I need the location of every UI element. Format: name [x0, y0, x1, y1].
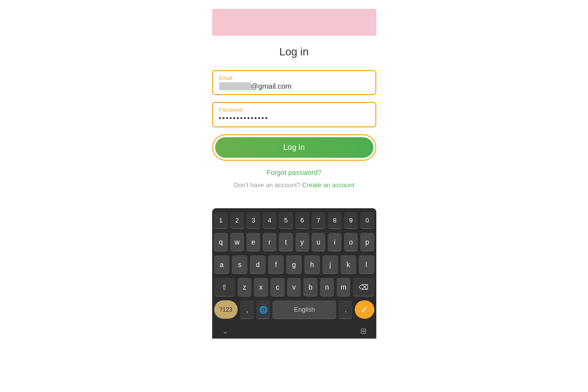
keyboard-row-numbers: 1 2 3 4 5 6 7 8 9 0: [214, 212, 374, 229]
keyboard-row-asdf: a s d f g h j k l: [214, 255, 374, 274]
key-z[interactable]: z: [238, 278, 252, 296]
no-account-text: Don't have an account?: [234, 181, 300, 189]
key-d[interactable]: d: [250, 255, 266, 274]
key-w[interactable]: w: [230, 233, 244, 251]
key-m[interactable]: m: [337, 278, 351, 296]
backspace-key[interactable]: [353, 278, 374, 296]
key-c[interactable]: c: [270, 278, 285, 296]
keyboard-row-qwerty: q w e r t y u i o p: [214, 233, 374, 251]
email-value: @gmail.com: [219, 82, 369, 90]
key-1[interactable]: 1: [214, 212, 227, 229]
key-b[interactable]: b: [303, 278, 318, 296]
key-9[interactable]: 9: [344, 212, 358, 229]
key-e[interactable]: e: [246, 233, 260, 251]
key-v[interactable]: v: [287, 278, 301, 296]
enter-key[interactable]: [355, 300, 374, 319]
keyboard-hide-icon[interactable]: [222, 326, 228, 336]
password-label: Password: [219, 107, 369, 113]
key-6[interactable]: 6: [295, 212, 309, 229]
key-p[interactable]: p: [360, 233, 374, 251]
key-y[interactable]: y: [295, 233, 309, 251]
email-field-wrapper[interactable]: Email @gmail.com: [212, 70, 376, 95]
key-u[interactable]: u: [312, 233, 325, 251]
keyboard-row-bottom: ?123 , 🌐 English .: [214, 300, 374, 319]
key-o[interactable]: o: [344, 233, 358, 251]
password-field-wrapper[interactable]: Password ••••••••••••••: [212, 102, 376, 127]
key-4[interactable]: 4: [263, 212, 276, 229]
email-suffix: @gmail.com: [251, 82, 292, 90]
key-l[interactable]: l: [359, 255, 374, 274]
keyboard-grid-icon[interactable]: [360, 326, 367, 336]
key-q[interactable]: q: [214, 233, 227, 251]
key-j[interactable]: j: [322, 255, 338, 274]
key-i[interactable]: i: [328, 233, 342, 251]
forgot-password-link[interactable]: Forgot password?: [267, 169, 321, 176]
key-5[interactable]: 5: [279, 212, 293, 229]
comma-key[interactable]: ,: [240, 300, 254, 319]
keyboard-bottom-bar: [214, 323, 374, 339]
email-blur-block: [219, 82, 251, 90]
backspace-icon: [359, 283, 368, 291]
key-8[interactable]: 8: [328, 212, 342, 229]
globe-icon: 🌐: [259, 306, 268, 314]
key-g[interactable]: g: [286, 255, 302, 274]
shift-icon: [221, 283, 227, 291]
key-a[interactable]: a: [214, 255, 230, 274]
keyboard-row-zxcv: z x c v b n m: [214, 278, 374, 296]
top-banner: [212, 9, 376, 36]
key-r[interactable]: r: [263, 233, 276, 251]
page-title: Log in: [279, 46, 309, 58]
period-key[interactable]: .: [339, 300, 352, 319]
virtual-keyboard: 1 2 3 4 5 6 7 8 9 0 q w e r t y u i o p …: [212, 208, 376, 339]
key-f[interactable]: f: [268, 255, 284, 274]
key-7[interactable]: 7: [312, 212, 325, 229]
shift-key[interactable]: [214, 278, 235, 296]
enter-icon: [361, 304, 368, 315]
key-t[interactable]: t: [279, 233, 293, 251]
create-account-link[interactable]: Create an account: [302, 181, 354, 189]
key-0[interactable]: 0: [360, 212, 374, 229]
login-form: Log in Email @gmail.com Password •••••••…: [212, 46, 376, 189]
special-key[interactable]: ?123: [214, 300, 238, 319]
email-label: Email: [219, 75, 369, 81]
create-account-row: Don't have an account? Create an account: [234, 181, 354, 189]
key-x[interactable]: x: [254, 278, 268, 296]
spacebar-key[interactable]: English: [272, 300, 336, 319]
key-2[interactable]: 2: [230, 212, 244, 229]
login-button-wrapper: Log in: [212, 134, 376, 161]
key-s[interactable]: s: [232, 255, 247, 274]
login-button[interactable]: Log in: [215, 137, 373, 158]
key-n[interactable]: n: [320, 278, 334, 296]
key-h[interactable]: h: [304, 255, 320, 274]
key-k[interactable]: k: [341, 255, 356, 274]
globe-key[interactable]: 🌐: [256, 300, 270, 319]
key-3[interactable]: 3: [246, 212, 260, 229]
password-value: ••••••••••••••: [219, 114, 269, 122]
